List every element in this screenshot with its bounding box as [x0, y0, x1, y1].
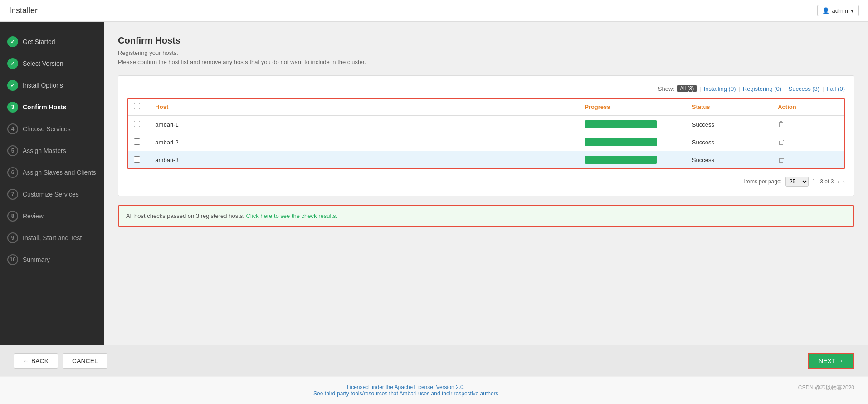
sidebar-label-select-version: Select Version — [23, 60, 63, 67]
footer-bar: ← BACK CANCEL NEXT → — [0, 345, 868, 376]
filter-registering[interactable]: Registering (0) — [743, 85, 781, 92]
step-circle-select-version: ✓ — [7, 58, 18, 69]
sidebar-item-review: 8Review — [0, 205, 104, 227]
row-checkbox-1[interactable] — [134, 121, 140, 127]
per-page-select[interactable]: 25 50 100 — [785, 177, 809, 187]
main-layout: ✓Get Started✓Select Version✓Install Opti… — [0, 22, 868, 345]
license-info: Licensed under the Apache License, Versi… — [14, 384, 854, 397]
delete-icon-3[interactable]: 🗑 — [778, 156, 785, 163]
sidebar-item-customize-services: 7Customize Services — [0, 183, 104, 205]
row-action-3: 🗑 — [772, 151, 844, 169]
navbar: Installer 👤 admin ▾ — [0, 0, 868, 22]
progress-bar-fill-1 — [585, 120, 657, 128]
check-message-text: All host checks passed on 3 registered h… — [126, 212, 244, 219]
show-filter: Show: All (3) | Installing (0) | Registe… — [127, 85, 845, 92]
row-checkbox-3[interactable] — [134, 156, 140, 163]
table-row: ambari-1 Success 🗑 — [128, 116, 844, 133]
sidebar: ✓Get Started✓Select Version✓Install Opti… — [0, 22, 104, 345]
hosts-table-wrapper: Host Progress Status Action — [127, 98, 845, 169]
sidebar-label-summary: Summary — [23, 256, 50, 263]
progress-bar-fill-3 — [585, 156, 657, 164]
sidebar-label-choose-services: Choose Services — [23, 125, 71, 133]
row-checkbox-2[interactable] — [134, 138, 140, 145]
chevron-down-icon: ▾ — [851, 7, 854, 14]
hosts-table: Host Progress Status Action — [128, 99, 844, 168]
footer-left-buttons: ← BACK CANCEL — [14, 353, 107, 369]
user-menu[interactable]: 👤 admin ▾ — [817, 5, 859, 16]
sidebar-item-install-start-test: 9Install, Start and Test — [0, 227, 104, 249]
row-host-3: ambari-3 — [150, 151, 579, 169]
col-progress-header: Progress — [579, 99, 687, 116]
items-per-page-label: Items per page: — [744, 178, 782, 185]
row-check-cell — [128, 151, 150, 169]
page-prev-icon[interactable]: ‹ — [837, 178, 839, 185]
row-action-2: 🗑 — [772, 133, 844, 151]
row-status-3: Success — [687, 151, 772, 169]
page-next-icon[interactable]: › — [843, 178, 845, 185]
step-circle-assign-masters: 5 — [7, 145, 18, 156]
row-host-2: ambari-2 — [150, 133, 579, 151]
step-circle-get-started: ✓ — [7, 36, 18, 47]
sidebar-item-assign-slaves: 6Assign Slaves and Clients — [0, 162, 104, 183]
sidebar-label-confirm-hosts: Confirm Hosts — [23, 103, 66, 111]
sidebar-item-install-options[interactable]: ✓Install Options — [0, 74, 104, 96]
sidebar-label-customize-services: Customize Services — [23, 191, 79, 198]
col-host-header: Host — [150, 99, 579, 116]
filter-success[interactable]: Success (3) — [789, 85, 820, 92]
step-circle-confirm-hosts: 3 — [7, 102, 18, 113]
progress-bar-fill-2 — [585, 138, 657, 146]
sidebar-item-summary: 10Summary — [0, 249, 104, 271]
step-circle-customize-services: 7 — [7, 189, 18, 200]
main-content: Confirm Hosts Registering your hosts. Pl… — [104, 22, 868, 345]
col-check-header — [128, 99, 150, 116]
license-link-2[interactable]: See third-party tools/resources that Amb… — [313, 390, 498, 397]
row-check-cell — [128, 133, 150, 151]
table-row: ambari-2 Success 🗑 — [128, 133, 844, 151]
row-progress-3 — [579, 151, 687, 169]
filter-all-badge[interactable]: All (3) — [677, 85, 697, 92]
sidebar-item-get-started[interactable]: ✓Get Started — [0, 31, 104, 53]
step-circle-install-start-test: 9 — [7, 232, 18, 243]
row-progress-1 — [579, 116, 687, 133]
attribution: CSDN @不以物喜2020 — [798, 384, 854, 392]
table-row: ambari-3 Success 🗑 — [128, 151, 844, 169]
row-progress-2 — [579, 133, 687, 151]
check-results-link[interactable]: Click here to see the check results. — [246, 212, 338, 219]
step-circle-review: 8 — [7, 211, 18, 222]
app-brand: Installer — [9, 6, 38, 15]
row-status-1: Success — [687, 116, 772, 133]
page-range: 1 - 3 of 3 — [812, 178, 834, 185]
delete-icon-1[interactable]: 🗑 — [778, 120, 785, 128]
license-link-1[interactable]: Licensed under the Apache License, Versi… — [347, 384, 465, 390]
step-circle-assign-slaves: 6 — [7, 167, 18, 178]
progress-bar-wrap-3 — [585, 156, 657, 164]
user-icon: 👤 — [822, 7, 829, 14]
row-check-cell — [128, 116, 150, 133]
progress-bar-wrap-2 — [585, 138, 657, 146]
sidebar-label-review: Review — [23, 212, 44, 220]
sidebar-label-assign-slaves: Assign Slaves and Clients — [23, 169, 96, 176]
sidebar-label-assign-masters: Assign Masters — [23, 147, 66, 154]
sidebar-item-confirm-hosts[interactable]: 3Confirm Hosts — [0, 96, 104, 118]
cancel-button[interactable]: CANCEL — [63, 353, 107, 369]
sidebar-label-install-options: Install Options — [23, 82, 63, 89]
step-circle-choose-services: 4 — [7, 123, 18, 134]
page-footer: CSDN @不以物喜2020 Licensed under the Apache… — [0, 376, 868, 404]
hosts-card: Show: All (3) | Installing (0) | Registe… — [118, 75, 854, 196]
filter-fail[interactable]: Fail (0) — [827, 85, 845, 92]
next-button[interactable]: NEXT → — [808, 353, 854, 369]
step-circle-summary: 10 — [7, 254, 18, 265]
select-all-checkbox[interactable] — [134, 103, 140, 109]
sidebar-label-install-start-test: Install, Start and Test — [23, 234, 82, 241]
delete-icon-2[interactable]: 🗑 — [778, 138, 785, 146]
pagination: Items per page: 25 50 100 1 - 3 of 3 ‹ › — [127, 177, 845, 187]
back-button[interactable]: ← BACK — [14, 353, 58, 369]
show-label: Show: — [658, 85, 674, 92]
row-status-2: Success — [687, 133, 772, 151]
row-host-1: ambari-1 — [150, 116, 579, 133]
filter-installing[interactable]: Installing (0) — [704, 85, 736, 92]
sidebar-item-select-version[interactable]: ✓Select Version — [0, 53, 104, 74]
user-label: admin — [832, 7, 848, 14]
row-action-1: 🗑 — [772, 116, 844, 133]
col-status-header: Status — [687, 99, 772, 116]
